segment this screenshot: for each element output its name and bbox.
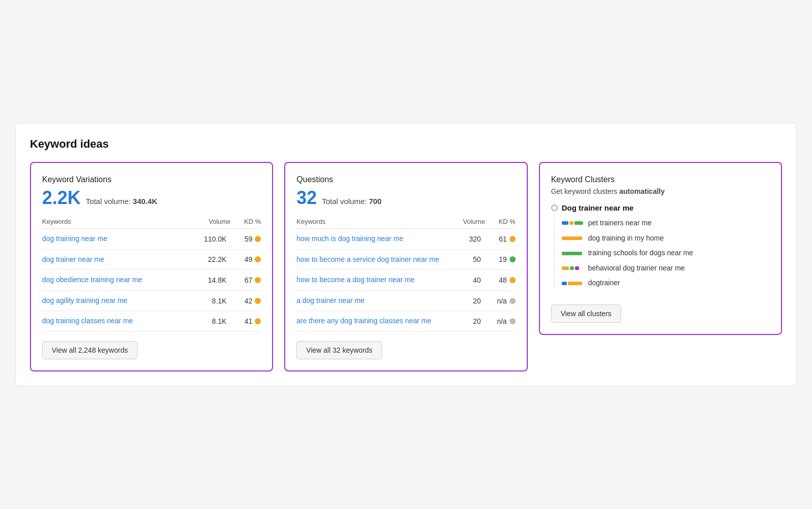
volume-cell: 8.1K: [185, 297, 230, 305]
keyword-link[interactable]: dog training near me: [42, 234, 185, 244]
variations-col-kd: KD %: [230, 218, 261, 225]
cluster-parent-label: Dog trainer near me: [562, 203, 634, 212]
variations-col-volume: Volume: [185, 218, 230, 225]
kd-cell: n/a: [485, 297, 516, 305]
cluster-parent-dot: [551, 205, 558, 211]
kd-cell: 41: [230, 317, 261, 325]
keyword-link[interactable]: how to become a dog trainer near me: [296, 275, 439, 285]
volume-cell: 20: [439, 317, 485, 325]
questions-card-title: Questions: [296, 175, 515, 184]
bar-segment: [562, 252, 582, 255]
clusters-desc: Get keyword clusters automatically: [551, 187, 770, 195]
questions-col-keywords: Keywords: [296, 218, 439, 225]
bar-segment: [574, 221, 583, 225]
page-title: Keyword ideas: [30, 138, 782, 151]
cluster-item: behavioral dog trainer near me: [562, 263, 770, 274]
cluster-item: pet trainers near me: [562, 218, 770, 228]
volume-cell: 22.2K: [185, 255, 230, 263]
keyword-link[interactable]: dog agility training near me: [42, 296, 185, 306]
volume-cell: 20: [439, 297, 485, 305]
bar-segment: [562, 236, 582, 240]
volume-cell: 110.0K: [185, 235, 230, 243]
variations-card: Keyword Variations 2.2K Total volume: 34…: [30, 162, 273, 371]
questions-view-all-button[interactable]: View all 32 keywords: [296, 341, 382, 359]
questions-count: 32: [296, 187, 317, 209]
cluster-item-label: dog training in my home: [588, 233, 664, 244]
bar-segment: [568, 282, 582, 285]
kd-dot: [510, 298, 516, 304]
clusters-view-all-button[interactable]: View all clusters: [551, 304, 621, 323]
kd-dot: [255, 298, 261, 304]
questions-table-header: Keywords Volume KD %: [296, 218, 515, 229]
bar-segment: [562, 266, 569, 270]
volume-cell: 320: [439, 235, 485, 243]
keyword-link[interactable]: how to become a service dog trainer near…: [296, 255, 439, 265]
cluster-item: dog training in my home: [562, 233, 770, 244]
variations-view-all-button[interactable]: View all 2,248 keywords: [42, 341, 138, 359]
table-row: how much is dog training near me 320 61: [296, 229, 515, 250]
kd-dot: [510, 236, 516, 242]
questions-col-kd: KD %: [485, 218, 516, 225]
main-container: Keyword ideas Keyword Variations 2.2K To…: [15, 123, 797, 386]
kd-dot: [255, 256, 261, 262]
volume-cell: 50: [439, 255, 485, 263]
clusters-card: Keyword Clusters Get keyword clusters au…: [539, 162, 782, 335]
table-row: how to become a service dog trainer near…: [296, 250, 515, 270]
table-row: how to become a dog trainer near me 40 4…: [296, 270, 515, 291]
cluster-item-label: pet trainers near me: [588, 218, 652, 228]
kd-cell: n/a: [485, 317, 516, 325]
cluster-bar: [562, 221, 583, 225]
keyword-link[interactable]: a dog trainer near me: [296, 296, 439, 306]
kd-dot: [510, 277, 516, 283]
keyword-link[interactable]: dog training classes near me: [42, 316, 185, 326]
kd-cell: 42: [230, 297, 261, 305]
cluster-item: dogtrainer: [562, 278, 770, 288]
kd-cell: 67: [230, 276, 261, 284]
cluster-item-label: dogtrainer: [588, 278, 620, 288]
kd-cell: 61: [485, 235, 516, 243]
table-row: dog trainer near me 22.2K 49: [42, 250, 261, 270]
variations-volume: Total volume: 340.4K: [86, 197, 157, 206]
questions-volume: Total volume: 700: [322, 197, 382, 206]
volume-cell: 40: [439, 276, 485, 284]
cards-row: Keyword Variations 2.2K Total volume: 34…: [30, 162, 782, 371]
kd-cell: 49: [230, 255, 261, 263]
cluster-parent: Dog trainer near me: [551, 203, 770, 212]
variations-card-title: Keyword Variations: [42, 175, 261, 184]
questions-card: Questions 32 Total volume: 700 Keywords …: [284, 162, 527, 371]
volume-cell: 14.8K: [185, 276, 230, 284]
variations-table-header: Keywords Volume KD %: [42, 218, 261, 229]
cluster-bar: [562, 236, 583, 240]
kd-dot: [510, 256, 516, 262]
keyword-link[interactable]: are there any dog training classes near …: [296, 316, 439, 326]
questions-col-volume: Volume: [439, 218, 485, 225]
table-row: dog training classes near me 8.1K 41: [42, 311, 261, 332]
kd-dot: [510, 318, 516, 324]
variations-col-keywords: Keywords: [42, 218, 185, 225]
kd-dot: [255, 277, 261, 283]
keyword-link[interactable]: dog obedience training near me: [42, 275, 185, 285]
volume-cell: 8.1K: [185, 317, 230, 325]
kd-dot: [255, 236, 261, 242]
bar-segment: [570, 266, 574, 270]
cluster-bar: [562, 282, 583, 285]
bar-segment: [575, 266, 579, 270]
questions-count-row: 32 Total volume: 700: [296, 187, 515, 209]
kd-cell: 59: [230, 235, 261, 243]
keyword-link[interactable]: how much is dog training near me: [296, 234, 439, 244]
bar-segment: [562, 282, 567, 285]
kd-dot: [255, 318, 261, 324]
variations-rows: dog training near me 110.0K 59 dog train…: [42, 229, 261, 332]
table-row: dog agility training near me 8.1K 42: [42, 291, 261, 312]
questions-rows: how much is dog training near me 320 61 …: [296, 229, 515, 332]
cluster-item-label: training schools for dogs near me: [588, 248, 693, 258]
cluster-item: training schools for dogs near me: [562, 248, 770, 258]
table-row: dog training near me 110.0K 59: [42, 229, 261, 250]
table-row: are there any dog training classes near …: [296, 311, 515, 332]
keyword-link[interactable]: dog trainer near me: [42, 255, 185, 265]
cluster-bar: [562, 252, 583, 255]
bar-segment: [562, 221, 568, 225]
cluster-children: pet trainers near medog training in my h…: [554, 218, 770, 288]
cluster-bar: [562, 266, 583, 270]
bar-segment: [569, 221, 573, 225]
